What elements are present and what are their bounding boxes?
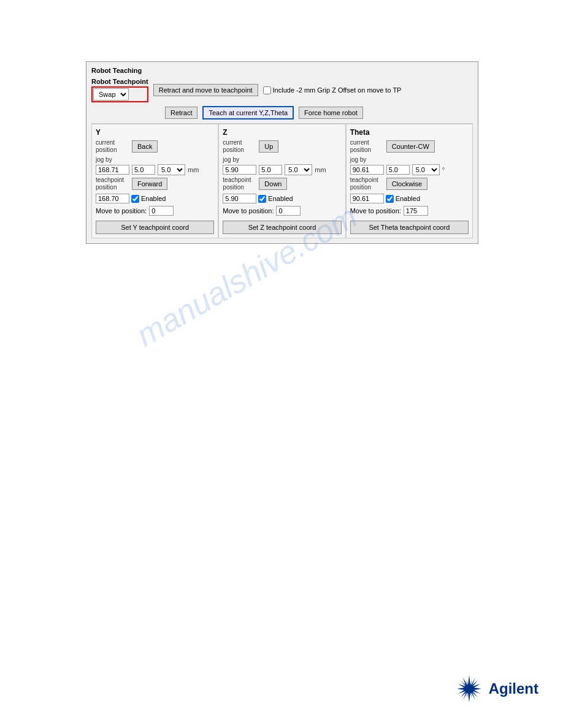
theta-enabled-label: Enabled: [396, 195, 420, 202]
force-home-button[interactable]: Force home robot: [299, 107, 363, 119]
axes-container: Y current position Back jog by 168.71 5.…: [91, 123, 473, 238]
z-teachpoint-value-row: 5.90 Enabled: [223, 194, 341, 203]
theta-teachpoint-label: teachpoint position: [350, 176, 384, 191]
z-enabled-label: Enabled: [268, 195, 293, 202]
theta-set-coord-button[interactable]: Set Theta teachpoint coord: [350, 221, 469, 234]
y-unit: mm: [188, 166, 199, 173]
theta-clockwise-button[interactable]: Clockwise: [386, 178, 428, 190]
include-offset-checkbox[interactable]: [263, 86, 271, 94]
robot-teaching-panel: Robot Teaching Robot Teachpoint Swap Ret…: [86, 61, 478, 244]
y-jog-select[interactable]: 5.0: [158, 164, 185, 175]
theta-axis-section: Theta current position Counter-CW jog by…: [346, 124, 473, 238]
theta-teachpoint-row: teachpoint position Clockwise: [350, 176, 469, 191]
z-unit: mm: [315, 166, 326, 173]
z-axis-section: Z current position Up jog by 5.90 5.0 5.…: [218, 124, 345, 238]
theta-jog-value[interactable]: 5.0: [386, 165, 410, 175]
theta-jog-select[interactable]: 5.0: [412, 164, 440, 175]
swap-select-wrapper: Swap: [91, 86, 148, 102]
z-move-to-label: Move to position:: [223, 207, 274, 214]
teachpoint-label: Robot Teachpoint: [91, 78, 148, 85]
y-forward-button[interactable]: Forward: [132, 178, 167, 190]
page-container: Robot Teaching Robot Teachpoint Swap Ret…: [0, 0, 563, 728]
z-current-value[interactable]: 5.90: [223, 165, 256, 175]
theta-axis-title: Theta: [350, 128, 469, 137]
z-jog-select[interactable]: 5.0: [285, 164, 312, 175]
z-teachpoint-label: teachpoint position: [223, 176, 256, 191]
y-move-to-value[interactable]: 0: [149, 206, 174, 216]
theta-move-to-value[interactable]: 175: [404, 206, 428, 216]
y-move-to-label: Move to position:: [96, 207, 147, 214]
z-down-button[interactable]: Down: [259, 178, 287, 190]
retract-and-move-button[interactable]: Retract and move to teachpoint: [153, 84, 258, 96]
y-back-button[interactable]: Back: [132, 140, 158, 153]
theta-teachpoint-value[interactable]: 90.61: [350, 194, 384, 203]
y-axis-title: Y: [96, 128, 214, 137]
agilent-text: Agilent: [489, 680, 538, 697]
svg-point-1: [465, 685, 473, 692]
z-value-row: 5.90 5.0 5.0 mm: [223, 164, 341, 175]
theta-current-value[interactable]: 90.61: [350, 165, 384, 175]
y-jog-label: jog by: [96, 156, 214, 163]
y-move-to-row: Move to position: 0: [96, 206, 214, 216]
theta-current-label: current position: [350, 139, 384, 154]
second-controls-row: Retract Teach at current Y,Z,Theta Force…: [91, 106, 473, 119]
agilent-logo: Agilent: [454, 674, 538, 703]
z-move-to-value[interactable]: 0: [276, 206, 301, 216]
swap-select[interactable]: Swap: [93, 88, 129, 100]
z-axis-title: Z: [223, 128, 341, 137]
include-offset-label[interactable]: Include -2 mm Grip Z Offset on move to T…: [263, 86, 402, 94]
z-current-label: current position: [223, 139, 256, 154]
theta-teachpoint-value-row: 90.61 Enabled: [350, 194, 469, 203]
z-teachpoint-value[interactable]: 5.90: [223, 194, 256, 203]
y-teachpoint-label: teachpoint position: [96, 176, 129, 191]
z-set-coord-button[interactable]: Set Z teachpoint coord: [223, 221, 341, 234]
theta-enabled-checkbox[interactable]: [386, 195, 394, 203]
y-axis-section: Y current position Back jog by 168.71 5.…: [91, 124, 218, 238]
teachpoint-section: Robot Teachpoint Swap: [91, 78, 148, 102]
z-teachpoint-row: teachpoint position Down: [223, 176, 341, 191]
theta-move-to-label: Move to position:: [350, 207, 401, 214]
y-enabled-checkbox[interactable]: [131, 195, 139, 203]
z-current-row: current position Up: [223, 139, 341, 154]
top-controls-row: Robot Teachpoint Swap Retract and move t…: [91, 78, 473, 102]
y-set-coord-button[interactable]: Set Y teachpoint coord: [96, 221, 214, 234]
y-current-label: current position: [96, 139, 129, 154]
theta-move-to-row: Move to position: 175: [350, 206, 469, 216]
panel-title: Robot Teaching: [91, 67, 473, 74]
y-value-row: 168.71 5.0 5.0 mm: [96, 164, 214, 175]
y-teachpoint-value-row: 168.70 Enabled: [96, 194, 214, 203]
z-enabled-checkbox[interactable]: [258, 195, 266, 203]
z-jog-value[interactable]: 5.0: [259, 165, 282, 175]
include-offset-text: Include -2 mm Grip Z Offset on move to T…: [273, 86, 402, 94]
z-jog-label: jog by: [223, 156, 341, 163]
y-current-value[interactable]: 168.71: [96, 165, 129, 175]
y-teachpoint-row: teachpoint position Forward: [96, 176, 214, 191]
y-enabled-label: Enabled: [141, 195, 166, 202]
z-move-to-row: Move to position: 0: [223, 206, 341, 216]
theta-unit: °: [442, 166, 445, 173]
y-teachpoint-value[interactable]: 168.70: [96, 194, 129, 203]
z-up-button[interactable]: Up: [259, 140, 278, 153]
theta-current-row: current position Counter-CW: [350, 139, 469, 154]
y-current-row: current position Back: [96, 139, 214, 154]
y-jog-value[interactable]: 5.0: [132, 165, 155, 175]
retract-button[interactable]: Retract: [165, 107, 197, 119]
theta-counter-cw-button[interactable]: Counter-CW: [386, 140, 435, 153]
theta-value-row: 90.61 5.0 5.0 °: [350, 164, 469, 175]
teach-button[interactable]: Teach at current Y,Z,Theta: [202, 106, 294, 119]
agilent-star-icon: [454, 674, 484, 703]
theta-jog-label: jog by: [350, 156, 469, 163]
